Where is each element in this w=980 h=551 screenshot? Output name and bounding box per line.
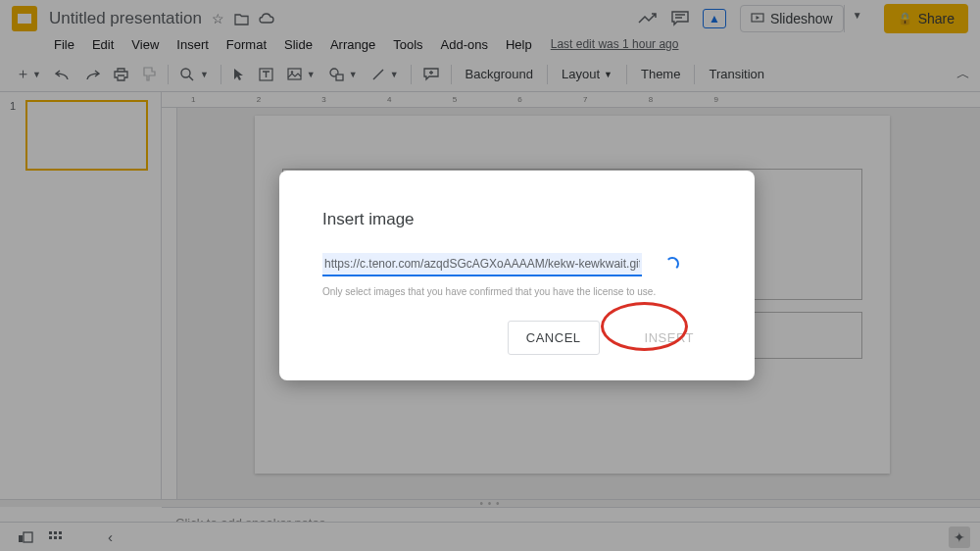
dialog-title: Insert image xyxy=(322,210,711,229)
loading-spinner-icon xyxy=(665,257,679,271)
insert-image-dialog: Insert image Only select images that you… xyxy=(279,171,755,380)
license-hint: Only select images that you have confirm… xyxy=(322,286,711,297)
insert-button: INSERT xyxy=(627,322,711,354)
image-url-input[interactable] xyxy=(322,253,642,276)
cancel-button[interactable]: CANCEL xyxy=(508,321,600,355)
